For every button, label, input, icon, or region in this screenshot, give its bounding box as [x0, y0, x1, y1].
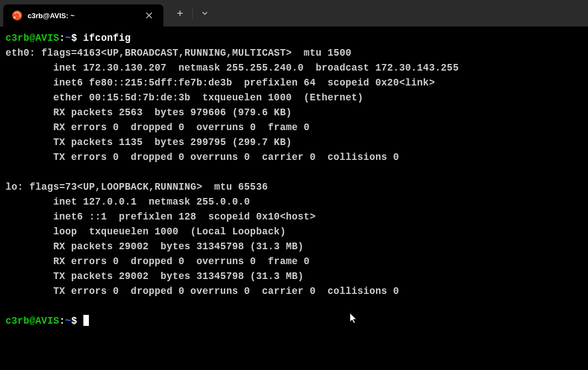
output-line: TX packets 1135 bytes 299795 (299.7 KB): [6, 137, 292, 148]
prompt-path: ~: [65, 315, 71, 326]
output-line: lo: flags=73<UP,LOOPBACK,RUNNING> mtu 65…: [6, 181, 268, 192]
output-line: eth0: flags=4163<UP,BROADCAST,RUNNING,MU…: [6, 47, 352, 58]
output-line: TX errors 0 dropped 0 overruns 0 carrier…: [6, 152, 399, 163]
terminal-tab[interactable]: c3rb@AVIS: ~: [3, 4, 163, 26]
terminal-content[interactable]: c3rb@AVIS:~$ ifconfig eth0: flags=4163<U…: [0, 26, 588, 370]
tab-actions: [170, 3, 215, 23]
prompt-host: AVIS: [35, 315, 59, 326]
prompt-path: ~: [65, 33, 71, 44]
output-line: TX packets 29002 bytes 31345798 (31.3 MB…: [6, 271, 304, 282]
cursor: [83, 315, 89, 326]
new-tab-button[interactable]: [170, 3, 190, 23]
prompt-host: AVIS: [35, 33, 59, 44]
output-line: ether 00:15:5d:7b:de:3b txqueuelen 1000 …: [6, 92, 363, 103]
prompt-at: @: [29, 315, 35, 326]
output-line: TX errors 0 dropped 0 overruns 0 carrier…: [6, 286, 399, 297]
prompt-user: c3rb: [6, 315, 29, 326]
divider: [192, 8, 193, 19]
output-line: RX packets 29002 bytes 31345798 (31.3 MB…: [6, 241, 304, 252]
output-line: inet 172.30.130.207 netmask 255.255.240.…: [6, 62, 459, 73]
output-line: loop txqueuelen 1000 (Local Loopback): [6, 226, 286, 237]
output-line: inet6 ::1 prefixlen 128 scopeid 0x10<hos…: [6, 211, 316, 222]
output-line: inet6 fe80::215:5dff:fe7b:de3b prefixlen…: [6, 77, 435, 88]
terminal-output: c3rb@AVIS:~$ ifconfig eth0: flags=4163<U…: [6, 31, 582, 329]
prompt-symbol: $: [71, 315, 77, 326]
tab-title: c3rb@AVIS: ~: [28, 12, 138, 20]
output-line: RX errors 0 dropped 0 overruns 0 frame 0: [6, 256, 310, 267]
output-line: RX errors 0 dropped 0 overruns 0 frame 0: [6, 122, 310, 133]
prompt-symbol: $: [71, 33, 77, 44]
prompt-user: c3rb: [6, 33, 29, 44]
ubuntu-icon: [12, 10, 22, 20]
tab-bar: c3rb@AVIS: ~: [0, 0, 588, 26]
prompt-colon: :: [59, 33, 65, 44]
command-input: ifconfig: [83, 33, 131, 44]
output-line: inet 127.0.0.1 netmask 255.0.0.0: [6, 196, 250, 207]
prompt-colon: :: [59, 315, 65, 326]
output-line: RX packets 2563 bytes 979606 (979.6 KB): [6, 107, 292, 118]
close-icon[interactable]: [144, 10, 155, 21]
prompt-at: @: [29, 33, 35, 44]
tab-dropdown-button[interactable]: [195, 3, 215, 23]
